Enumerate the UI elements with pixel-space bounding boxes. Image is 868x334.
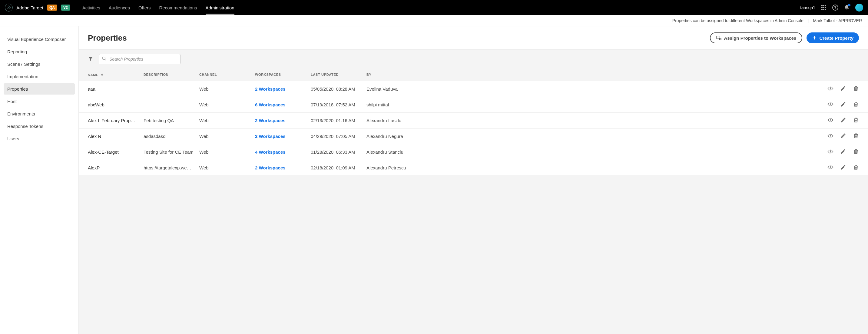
sub-header: Properties can be assigned to different … — [0, 15, 868, 26]
table-row[interactable]: aaaWeb2 Workspaces05/05/2020, 08:28 AMEv… — [79, 81, 868, 97]
help-icon[interactable]: ? — [832, 4, 838, 10]
sidebar: Visual Experience ComposerReportingScene… — [0, 26, 79, 334]
col-header-last-updated[interactable]: LAST UPDATED — [311, 73, 367, 77]
table-row[interactable]: Alex-CE-TargetTesting Site for CE TeamWe… — [79, 144, 868, 160]
col-header-workspaces[interactable]: WORKSPACES — [255, 73, 311, 77]
assign-properties-button[interactable]: Assign Properties to Workspaces — [710, 32, 802, 43]
sidebar-item-response-tokens[interactable]: Response Tokens — [4, 121, 75, 132]
sidebar-item-visual-experience-composer[interactable]: Visual Experience Composer — [4, 34, 75, 45]
workspaces-link[interactable]: 2 Workspaces — [255, 118, 286, 123]
trash-icon[interactable] — [853, 164, 859, 171]
brand-label: Adobe Target — [17, 5, 43, 10]
user-label: taasqa1 — [800, 5, 815, 10]
col-header-name[interactable]: NAME — [88, 73, 144, 77]
code-icon[interactable] — [828, 101, 834, 108]
cell-last-updated: 01/28/2020, 06:33 AM — [311, 149, 367, 155]
cell-description: asdasdasd — [144, 134, 199, 139]
nav-offers[interactable]: Offers — [138, 1, 151, 15]
edit-icon[interactable] — [840, 133, 846, 140]
cell-channel: Web — [199, 149, 255, 155]
page-header: Properties Assign Properties to Workspac… — [79, 26, 868, 49]
nav-activities[interactable]: Activities — [82, 1, 100, 15]
workspaces-link[interactable]: 2 Workspaces — [255, 165, 286, 170]
cell-workspaces: 6 Workspaces — [255, 102, 311, 107]
trash-icon[interactable] — [853, 85, 859, 92]
product-logo-icon — [5, 4, 13, 11]
sidebar-item-environments[interactable]: Environments — [4, 108, 75, 119]
col-header-channel[interactable]: CHANNEL — [199, 73, 255, 77]
divider: | — [808, 18, 809, 23]
cell-workspaces: 2 Workspaces — [255, 134, 311, 139]
svg-rect-11 — [825, 9, 826, 10]
svg-rect-5 — [825, 5, 826, 6]
cell-name: aaa — [88, 86, 144, 91]
cell-description: Feb testing QA — [144, 118, 199, 123]
trash-icon[interactable] — [853, 117, 859, 124]
code-icon[interactable] — [828, 117, 834, 124]
assign-properties-label: Assign Properties to Workspaces — [724, 35, 796, 40]
edit-icon[interactable] — [840, 117, 846, 124]
cell-last-updated: 05/05/2020, 08:28 AM — [311, 86, 367, 91]
cell-name: Alex-CE-Target — [88, 149, 144, 155]
top-nav: Adobe Target QA V2 ActivitiesAudiencesOf… — [0, 0, 868, 15]
nav-recommendations[interactable]: Recommendations — [159, 1, 197, 15]
avatar[interactable] — [855, 4, 863, 11]
code-icon[interactable] — [828, 148, 834, 156]
filter-icon[interactable] — [88, 56, 93, 62]
table-header: NAME DESCRIPTION CHANNEL WORKSPACES LAST… — [79, 68, 868, 81]
code-icon[interactable] — [828, 133, 834, 140]
edit-icon[interactable] — [840, 164, 846, 171]
table-row[interactable]: Alex NasdasdasdWeb2 Workspaces04/29/2020… — [79, 129, 868, 144]
cell-channel: Web — [199, 86, 255, 91]
workspaces-link[interactable]: 4 Workspaces — [255, 149, 286, 155]
workspaces-link[interactable]: 2 Workspaces — [255, 86, 286, 91]
bell-icon[interactable] — [844, 4, 850, 10]
svg-rect-3 — [822, 5, 823, 6]
sidebar-item-reporting[interactable]: Reporting — [4, 46, 75, 57]
edit-icon[interactable] — [840, 148, 846, 156]
create-property-button[interactable]: Create Property — [807, 32, 859, 43]
svg-rect-6 — [822, 7, 823, 8]
cell-workspaces: 2 Workspaces — [255, 118, 311, 123]
cell-channel: Web — [199, 134, 255, 139]
cell-last-updated: 04/29/2020, 07:05 AM — [311, 134, 367, 139]
trash-icon[interactable] — [853, 148, 859, 156]
sidebar-item-host[interactable]: Host — [4, 96, 75, 107]
table-row[interactable]: AlexPhttps://targetalexp.we…Web2 Workspa… — [79, 160, 868, 176]
cell-name: AlexP — [88, 165, 144, 170]
code-icon[interactable] — [828, 164, 834, 171]
code-icon[interactable] — [828, 85, 834, 92]
plus-icon — [812, 35, 817, 40]
env-badge-v2: V2 — [61, 4, 70, 10]
edit-icon[interactable] — [840, 101, 846, 108]
sidebar-item-scene7-settings[interactable]: Scene7 Settings — [4, 58, 75, 70]
edit-icon[interactable] — [840, 85, 846, 92]
sidebar-item-implementation[interactable]: Implementation — [4, 71, 75, 82]
cell-workspaces: 2 Workspaces — [255, 86, 311, 91]
table-row[interactable]: abcWebWeb6 Workspaces07/19/2018, 07:52 A… — [79, 97, 868, 113]
trash-icon[interactable] — [853, 133, 859, 140]
trash-icon[interactable] — [853, 101, 859, 108]
cell-by: Alexandru Laszlo — [367, 118, 425, 123]
workspaces-link[interactable]: 6 Workspaces — [255, 102, 286, 107]
sidebar-item-users[interactable]: Users — [4, 133, 75, 144]
table-row[interactable]: Alex L February Prop…Feb testing QAWeb2 … — [79, 113, 868, 129]
workspaces-link[interactable]: 2 Workspaces — [255, 134, 286, 139]
apps-icon[interactable] — [821, 4, 827, 10]
col-header-description[interactable]: DESCRIPTION — [144, 73, 199, 77]
col-header-by[interactable]: BY — [367, 73, 425, 77]
svg-point-1 — [9, 7, 10, 8]
sidebar-item-properties[interactable]: Properties — [4, 83, 75, 94]
filter-bar — [79, 49, 868, 68]
search-icon — [102, 56, 106, 62]
cell-channel: Web — [199, 118, 255, 123]
nav-audiences[interactable]: Audiences — [109, 1, 130, 15]
nav-administration[interactable]: Administration — [206, 1, 235, 15]
svg-rect-7 — [823, 7, 825, 8]
page-title: Properties — [88, 33, 127, 43]
cell-description: https://targetalexp.we… — [144, 165, 199, 170]
svg-point-0 — [7, 7, 8, 8]
cell-channel: Web — [199, 102, 255, 107]
search-input[interactable] — [99, 54, 181, 64]
cell-by: Alexandru Stanciu — [367, 149, 425, 155]
